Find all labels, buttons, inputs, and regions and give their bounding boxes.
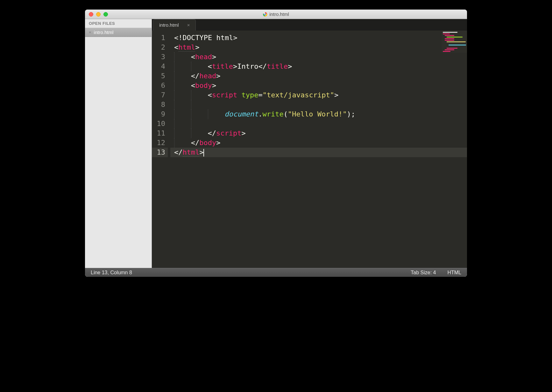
status-syntax[interactable]: HTML: [447, 270, 461, 276]
code-line[interactable]: document.write("Hello World!");: [170, 109, 467, 119]
sidebar: OPEN FILES × intro.html: [85, 19, 152, 268]
code-line[interactable]: </body>: [170, 138, 467, 148]
code-line[interactable]: [170, 119, 467, 129]
line-number[interactable]: 6: [152, 81, 168, 90]
line-number[interactable]: 2: [152, 43, 168, 52]
line-number[interactable]: 11: [152, 129, 168, 138]
code-line[interactable]: <body>: [170, 81, 467, 90]
sidebar-item-label: intro.html: [94, 30, 114, 35]
line-number[interactable]: 13: [152, 148, 168, 157]
status-tab-size[interactable]: Tab Size: 4: [411, 270, 436, 276]
window-body: OPEN FILES × intro.html intro.html × 123…: [85, 19, 467, 268]
sidebar-header: OPEN FILES: [85, 19, 152, 28]
sidebar-item-open-file[interactable]: × intro.html: [85, 28, 152, 37]
minimap[interactable]: [442, 31, 467, 53]
line-number[interactable]: 9: [152, 109, 168, 119]
code-line[interactable]: <title>Intro</title>: [170, 62, 467, 71]
line-number[interactable]: 4: [152, 62, 168, 71]
status-bar: Line 13, Column 8 Tab Size: 4 HTML: [85, 268, 467, 277]
code-editor[interactable]: 12345678910111213 <!DOCTYPE html><html><…: [152, 31, 467, 268]
close-window-button[interactable]: [89, 12, 93, 17]
titlebar[interactable]: intro.html: [85, 10, 467, 19]
window-title: intro.html: [85, 11, 467, 17]
close-file-icon[interactable]: ×: [89, 30, 91, 35]
traffic-lights: [85, 12, 108, 17]
text-cursor: [203, 149, 204, 157]
svg-point-1: [264, 13, 266, 15]
status-cursor-position[interactable]: Line 13, Column 8: [91, 270, 399, 276]
code-line[interactable]: <script type="text/javascript">: [170, 90, 467, 100]
line-number[interactable]: 10: [152, 119, 168, 129]
minimize-window-button[interactable]: [96, 12, 101, 17]
code-line[interactable]: <head>: [170, 52, 467, 62]
line-number[interactable]: 1: [152, 33, 168, 43]
svg-point-0: [263, 12, 267, 16]
line-number[interactable]: 3: [152, 52, 168, 62]
line-number-gutter[interactable]: 12345678910111213: [152, 31, 170, 268]
line-number[interactable]: 8: [152, 100, 168, 109]
code-line[interactable]: </head>: [170, 71, 467, 81]
zoom-window-button[interactable]: [103, 12, 108, 17]
code-line[interactable]: </html>: [170, 148, 467, 157]
chrome-icon: [263, 12, 267, 17]
line-number[interactable]: 12: [152, 138, 168, 148]
editor-area: intro.html × 12345678910111213 <!DOCTYPE…: [152, 19, 467, 268]
tab-label: intro.html: [159, 22, 179, 28]
close-tab-icon[interactable]: ×: [187, 22, 190, 28]
code-line[interactable]: [170, 100, 467, 109]
window-title-text: intro.html: [269, 11, 289, 17]
code-line[interactable]: <!DOCTYPE html>: [170, 33, 467, 43]
code-content[interactable]: <!DOCTYPE html><html><head><title>Intro<…: [170, 31, 467, 268]
tab-intro-html[interactable]: intro.html ×: [153, 19, 196, 31]
editor-window: intro.html OPEN FILES × intro.html intro…: [85, 10, 467, 277]
tab-bar[interactable]: intro.html ×: [152, 19, 467, 31]
svg-point-2: [265, 13, 266, 15]
line-number[interactable]: 7: [152, 90, 168, 100]
code-line[interactable]: </script>: [170, 129, 467, 138]
code-line[interactable]: <html>: [170, 43, 467, 52]
line-number[interactable]: 5: [152, 71, 168, 81]
